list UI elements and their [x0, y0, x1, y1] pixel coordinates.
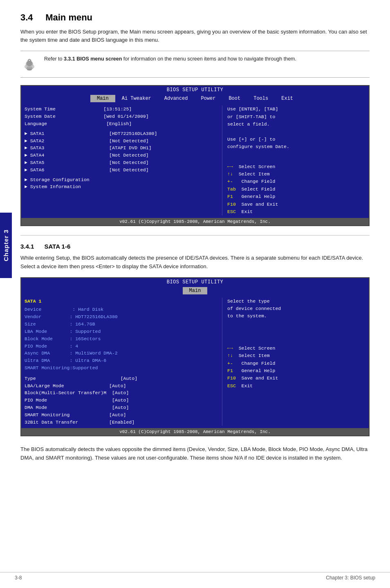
note-content: Refer to 3.3.1 BIOS menu screen for info…	[44, 55, 296, 63]
bios-sata-lbamode: LBA Mode : Supported	[25, 328, 218, 335]
bios-sata-screen: BIOS SETUP UTILITY Main SATA 1 Device : …	[20, 277, 370, 437]
bios-menubar-row: Main Ai Tweaker Advanced Power Boot Tool…	[21, 94, 369, 103]
bios-item-sata3: ► SATA3 [ATAPI DVD DH1]	[25, 144, 218, 152]
note-text: Refer to 3.3.1 BIOS menu screen for info…	[44, 56, 296, 62]
bios-menu-main[interactable]: Main	[90, 95, 115, 102]
bios-menubar-title: BIOS SETUP UTILITY	[21, 86, 369, 94]
bios-sata-vendor: Vendor : HDT722516DLA380	[25, 313, 218, 321]
bios-help-text: Use [ENTER], [TAB] or [SHIFT-TAB] to sel…	[227, 105, 365, 150]
bios-item-sata5: ► SATA5 [Not Detected]	[25, 159, 218, 166]
bios-sata-menu-main[interactable]: Main	[183, 287, 208, 294]
bios-item-sata6: ► SATA6 [Not Detected]	[25, 166, 218, 174]
bios-item-sata2: ► SATA2 [Not Detected]	[25, 137, 218, 145]
bios-sata-ultradma: Ultra DMA : Ultra DMA-6	[25, 357, 218, 364]
bios-sata-menubar: Main	[21, 286, 369, 295]
bios-sata-label: SATA 1	[25, 298, 218, 305]
bios-sata-blocktransfer: Block(Multi-Sector Transfer)M [Auto]	[25, 389, 218, 397]
note-box: Refer to 3.3.1 BIOS menu screen for info…	[20, 51, 370, 78]
section-divider	[20, 235, 370, 236]
subsection-title: SATA 1-6	[44, 243, 70, 250]
bios-sata-type: Type [Auto]	[25, 375, 218, 382]
bios-item-storageconfig: ► Storage Configuration	[25, 176, 218, 184]
note-icon	[20, 55, 38, 73]
bios-sata-piomode: PIO Mode : 4	[25, 343, 218, 350]
page-footer: 3-8 Chapter 3: BIOS setup	[0, 572, 390, 581]
bios-nav-help: ←→ Select Screen ↑↓ Select Item +- Chang…	[227, 163, 365, 216]
bios-menu-power[interactable]: Power	[194, 95, 222, 102]
bios-item-systemdate: System Date [Wed 01/14/2009]	[25, 113, 218, 120]
section-body2: The BIOS automatically detects the value…	[20, 445, 370, 462]
svg-point-2	[27, 61, 32, 66]
bios-sata-pio: PIO Mode [Auto]	[25, 397, 218, 404]
bios-menu-tools[interactable]: Tools	[247, 95, 275, 102]
bios-item-sata4: ► SATA4 [Not Detected]	[25, 152, 218, 159]
footer-page-number: 3-8	[15, 575, 22, 581]
bios-menu-advanced[interactable]: Advanced	[158, 95, 195, 102]
bios-sata-asyncdma: Async DMA : MultiWord DMA-2	[25, 350, 218, 357]
bios-sata-smartmon: SMART Monitoring [Auto]	[25, 411, 218, 419]
bios-item-language: Language [English]	[25, 120, 218, 128]
bios-sata-content: SATA 1 Device : Hard Disk Vendor : HDT72…	[21, 295, 369, 429]
svg-point-5	[27, 69, 32, 71]
bios-main-right: Use [ENTER], [TAB] or [SHIFT-TAB] to sel…	[222, 105, 365, 215]
bios-sata-footer: v02.61 (C)Copyright 1985-2008, American …	[21, 428, 369, 435]
bios-sata-lbalarge: LBA/Large Mode [Auto]	[25, 382, 218, 390]
section-number: 3.4	[20, 12, 33, 22]
bios-main-screen: BIOS SETUP UTILITY Main Ai Tweaker Advan…	[20, 85, 370, 226]
subsection-body1: While entering Setup, the BIOS automatic…	[20, 254, 370, 270]
bios-sata-left: SATA 1 Device : Hard Disk Vendor : HDT72…	[25, 298, 222, 426]
bios-item-sysinfo: ► System Information	[25, 183, 218, 191]
bios-main-footer: v02.61 (C)Copyright 1985-2008, American …	[21, 218, 369, 225]
subsection-heading: 3.4.1 SATA 1-6	[20, 243, 370, 250]
bios-sata-size: Size : 164.7GB	[25, 321, 218, 328]
section-heading: 3.4 Main menu	[20, 12, 370, 23]
bios-menu-boot[interactable]: Boot	[222, 95, 247, 102]
bios-sata-smart: SMART Monitoring:Supported	[25, 364, 218, 372]
bios-sata-dma: DMA Mode [Auto]	[25, 404, 218, 411]
bios-main-content: System Time [13:51:25] System Date [Wed …	[21, 103, 369, 218]
bios-sata-nav-help: ←→ Select Screen ↑↓ Select Item +- Chang…	[227, 345, 365, 390]
bios-menu-exit[interactable]: Exit	[275, 95, 300, 102]
footer-chapter-label: Chapter 3: BIOS setup	[326, 575, 375, 581]
bios-sata-title: BIOS SETUP UTILITY	[21, 278, 369, 286]
chapter-tab: Chapter 3	[0, 213, 12, 278]
bios-sata-right: Select the type of device connected to t…	[222, 298, 365, 426]
bios-sata-blockmode: Block Mode : 16Sectors	[25, 335, 218, 343]
section-title: Main menu	[45, 12, 92, 22]
bios-sata-32bit: 32Bit Data Transfer [Enabled]	[25, 419, 218, 426]
bios-item-sata1: ► SATA1 [HDT722516DLA380]	[25, 130, 218, 137]
bios-item-systemtime: System Time [13:51:25]	[25, 105, 218, 113]
bios-main-left: System Time [13:51:25] System Date [Wed …	[25, 105, 222, 215]
bios-sata-device: Device : Hard Disk	[25, 306, 218, 313]
bios-sata-help-text: Select the type of device connected to t…	[227, 298, 365, 320]
section-body: When you enter the BIOS Setup program, t…	[20, 28, 370, 44]
bios-menu-aitweaker[interactable]: Ai Tweaker	[115, 95, 158, 102]
subsection-number: 3.4.1	[20, 243, 34, 250]
